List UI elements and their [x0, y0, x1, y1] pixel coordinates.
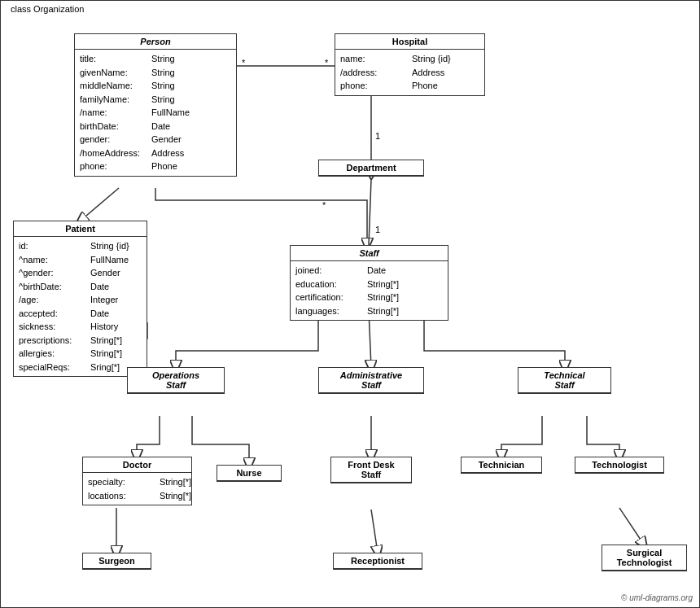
class-admin_staff: AdministrativeStaff — [318, 367, 424, 394]
attr-row: /age:Integer — [19, 293, 142, 307]
diagram-title: class Organization — [7, 4, 88, 14]
attr-type: String {id} — [90, 239, 129, 253]
class-doctor: Doctorspecialty:String[*]locations:Strin… — [82, 457, 192, 505]
class-header-technical_staff: TechnicalStaff — [518, 368, 610, 393]
attr-name: id: — [19, 239, 84, 253]
class-technologist: Technologist — [575, 457, 664, 474]
class-person: Persontitle:StringgivenName:Stringmiddle… — [74, 33, 237, 177]
class-header-doctor: Doctor — [83, 457, 191, 473]
class-header-front_desk: Front DeskStaff — [331, 457, 411, 483]
attr-row: languages:String[*] — [295, 304, 443, 318]
attr-type: Date — [90, 307, 109, 321]
class-header-department: Department — [319, 160, 423, 176]
class-hospital: Hospitalname:String {id}/address:Address… — [335, 33, 485, 96]
attr-name: /age: — [19, 293, 84, 307]
attr-name: ^name: — [19, 253, 84, 267]
attr-row: allergies:String[*] — [19, 347, 142, 361]
attr-type: String[*] — [160, 475, 191, 489]
attr-row: familyName:String — [80, 93, 231, 107]
class-body-hospital: name:String {id}/address:Addressphone:Ph… — [335, 50, 484, 95]
svg-line-3 — [369, 180, 371, 245]
attr-row: ^gender:Gender — [19, 266, 142, 280]
svg-line-8 — [371, 510, 378, 553]
attr-name: joined: — [295, 264, 361, 278]
class-patient: Patientid:String {id}^name:FullName^gend… — [13, 221, 147, 377]
class-header-technologist: Technologist — [575, 457, 663, 473]
class-header-nurse: Nurse — [217, 466, 281, 481]
attr-name: /homeAddress: — [80, 147, 145, 160]
attr-name: givenName: — [80, 66, 145, 80]
class-receptionist: Receptionist — [333, 553, 422, 570]
attr-row: phone:Phone — [340, 79, 479, 93]
class-technical_staff: TechnicalStaff — [518, 367, 611, 394]
class-department: Department — [318, 160, 424, 177]
mult-hospital-person: * — [325, 58, 328, 68]
attr-name: familyName: — [80, 93, 145, 107]
attr-type: Date — [367, 264, 386, 278]
attr-type: Date — [151, 120, 170, 133]
class-front_desk: Front DeskStaff — [330, 457, 412, 483]
attr-name: /address: — [340, 66, 405, 80]
attr-type: String[*] — [90, 347, 122, 361]
attr-type: History — [90, 320, 118, 334]
attr-row: prescriptions:String[*] — [19, 334, 142, 348]
attr-row: specialReqs:Sring[*] — [19, 361, 142, 374]
diagram-container: class Organization — [0, 0, 700, 608]
class-nurse: Nurse — [217, 465, 282, 482]
attr-type: String[*] — [160, 489, 191, 503]
attr-name: specialReqs: — [19, 361, 84, 374]
svg-line-1 — [81, 188, 119, 221]
attr-type: Address — [151, 147, 184, 160]
attr-name: ^gender: — [19, 266, 84, 280]
class-body-staff: joined:Dateeducation:String[*]certificat… — [291, 261, 448, 320]
class-header-receptionist: Receptionist — [334, 553, 422, 569]
class-surgeon: Surgeon — [82, 553, 151, 570]
attr-row: name:String {id} — [340, 52, 479, 66]
attr-row: specialty:String[*] — [88, 475, 186, 489]
attr-type: String[*] — [367, 291, 399, 304]
attr-row: ^birthDate:Date — [19, 280, 142, 294]
attr-name: allergies: — [19, 347, 84, 361]
attr-type: String[*] — [90, 334, 122, 348]
attr-row: certification:String[*] — [295, 291, 443, 304]
attr-row: middleName:String — [80, 79, 231, 93]
class-operations_staff: OperationsStaff — [127, 367, 225, 394]
class-header-hospital: Hospital — [335, 34, 484, 50]
class-header-person: Person — [75, 34, 236, 50]
attr-name: name: — [340, 52, 405, 66]
attr-row: sickness:History — [19, 320, 142, 334]
attr-name: prescriptions: — [19, 334, 84, 348]
attr-name: locations: — [88, 489, 153, 503]
class-header-patient: Patient — [14, 221, 147, 237]
class-staff: Staffjoined:Dateeducation:String[*]certi… — [290, 245, 448, 321]
class-body-doctor: specialty:String[*]locations:String[*] — [83, 473, 191, 505]
attr-name: certification: — [295, 291, 361, 304]
mult-dept-staff: 1 — [375, 225, 380, 234]
class-header-surgeon: Surgeon — [83, 553, 151, 569]
attr-type: FullName — [90, 253, 129, 267]
attr-name: accepted: — [19, 307, 84, 321]
attr-name: education: — [295, 278, 361, 291]
attr-row: title:String — [80, 52, 231, 66]
attr-name: /name: — [80, 106, 145, 120]
attr-name: birthDate: — [80, 120, 145, 133]
attr-type: String — [151, 79, 175, 93]
class-body-patient: id:String {id}^name:FullName^gender:Gend… — [14, 237, 147, 376]
attr-type: String[*] — [367, 278, 399, 291]
attr-row: education:String[*] — [295, 278, 443, 291]
class-technician: Technician — [461, 457, 542, 474]
attr-name: gender: — [80, 133, 145, 147]
attr-type: String — [151, 66, 175, 80]
copyright-text: © uml-diagrams.org — [621, 593, 693, 602]
attr-type: Phone — [151, 160, 177, 173]
attr-row: joined:Date — [295, 264, 443, 278]
class-header-surgical_technologist: SurgicalTechnologist — [602, 545, 686, 571]
attr-name: phone: — [80, 160, 145, 173]
attr-row: givenName:String — [80, 66, 231, 80]
attr-row: gender:Gender — [80, 133, 231, 147]
attr-name: middleName: — [80, 79, 145, 93]
attr-row: locations:String[*] — [88, 489, 186, 503]
attr-type: Sring[*] — [90, 361, 120, 374]
mult-hospital-dept: 1 — [375, 131, 380, 141]
mult-dept-staff2: * — [322, 200, 326, 210]
